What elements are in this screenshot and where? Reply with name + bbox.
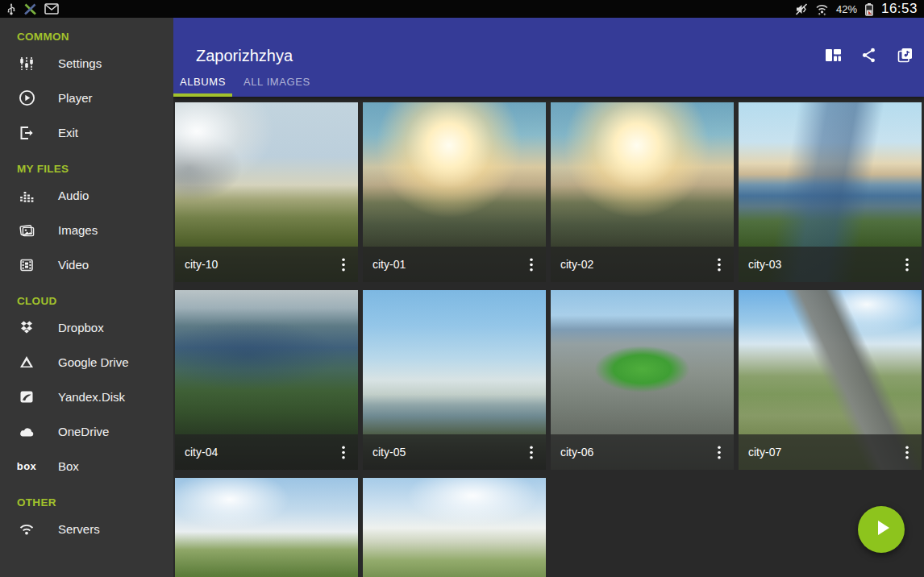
sidebar-item-label: Google Drive bbox=[58, 355, 129, 369]
play-circle-icon bbox=[18, 89, 35, 107]
clock: 16:53 bbox=[881, 1, 918, 17]
more-options-icon[interactable] bbox=[337, 442, 350, 463]
more-options-icon[interactable] bbox=[525, 442, 538, 463]
sidebar-item-label: Dropbox bbox=[58, 321, 104, 334]
sidebar-item-label: Yandex.Disk bbox=[58, 390, 125, 404]
view-mode-icon[interactable] bbox=[826, 49, 841, 61]
sidebar-item-dropbox[interactable]: Dropbox bbox=[0, 310, 173, 345]
images-icon bbox=[18, 222, 35, 239]
album-caption-bar: city-07 bbox=[739, 434, 922, 470]
play-fab-button[interactable] bbox=[858, 506, 905, 553]
tab-label: ALBUMS bbox=[180, 76, 226, 88]
album-title: city-10 bbox=[185, 258, 218, 271]
more-options-icon[interactable] bbox=[713, 255, 726, 275]
sidebar-item-yandex-disk[interactable]: Yandex.Disk bbox=[0, 380, 173, 414]
header-actions bbox=[826, 47, 914, 64]
album-caption-bar: city-01 bbox=[363, 247, 546, 282]
active-tab-indicator bbox=[173, 93, 232, 97]
more-options-icon[interactable] bbox=[901, 442, 914, 463]
album-thumbnail[interactable]: city-04 bbox=[175, 290, 358, 470]
sidebar-item-label: Box bbox=[58, 459, 79, 473]
album-title: city-04 bbox=[185, 446, 218, 459]
album-caption-bar: city-04 bbox=[175, 434, 358, 470]
sidebar-item-box[interactable]: box Box bbox=[0, 449, 173, 484]
sidebar-item-label: Video bbox=[58, 258, 89, 272]
wifi-signal-icon bbox=[815, 3, 829, 15]
battery-percent: 42% bbox=[836, 3, 857, 15]
usb-icon bbox=[6, 2, 16, 16]
sidebar-section-cloud: CLOUD bbox=[0, 282, 173, 310]
album-grid: city-10 city-01 city-02 city-03 bbox=[173, 97, 924, 577]
album-thumbnail[interactable]: city-03 bbox=[739, 102, 922, 282]
wifi-icon bbox=[18, 521, 35, 538]
sidebar-item-audio[interactable]: Audio bbox=[0, 178, 173, 213]
onedrive-icon bbox=[18, 423, 35, 441]
more-options-icon[interactable] bbox=[337, 255, 350, 275]
settings-sliders-icon bbox=[18, 55, 35, 73]
album-caption-bar: city-02 bbox=[551, 247, 734, 282]
sidebar-item-label: Images bbox=[58, 223, 98, 237]
google-drive-icon bbox=[18, 354, 35, 372]
album-thumbnail[interactable]: city-07 bbox=[739, 290, 922, 470]
sidebar-section-my-files: MY FILES bbox=[0, 150, 173, 178]
sidebar-item-exit[interactable]: Exit bbox=[0, 115, 173, 150]
yandex-disk-icon bbox=[18, 388, 35, 406]
tab-all-images[interactable]: ALL IMAGES bbox=[232, 67, 322, 97]
album-thumbnail[interactable] bbox=[175, 478, 358, 577]
sidebar-section-common: COMMON bbox=[0, 18, 173, 46]
status-bar: 42% 16:53 bbox=[0, 0, 924, 18]
sidebar-section-other: OTHER bbox=[0, 484, 173, 512]
app-screen: 42% 16:53 COMMON Settings Player Exit bbox=[0, 0, 924, 577]
sidebar: COMMON Settings Player Exit MY FILES Aud… bbox=[0, 18, 173, 577]
sidebar-item-label: Player bbox=[58, 91, 93, 105]
album-caption-bar: city-05 bbox=[363, 434, 546, 470]
sidebar-item-label: Servers bbox=[58, 522, 100, 536]
box-icon: box bbox=[18, 458, 35, 475]
sidebar-item-servers[interactable]: Servers bbox=[0, 512, 173, 546]
album-thumbnail[interactable]: city-10 bbox=[175, 102, 358, 282]
album-thumbnail[interactable] bbox=[363, 478, 546, 577]
album-thumbnail[interactable]: city-05 bbox=[363, 290, 546, 470]
album-caption-bar: city-06 bbox=[551, 434, 734, 470]
share-icon[interactable] bbox=[862, 48, 876, 63]
album-title: city-03 bbox=[748, 258, 781, 271]
album-title: city-01 bbox=[373, 258, 406, 271]
app-icon bbox=[23, 3, 37, 15]
status-bar-left bbox=[6, 2, 59, 16]
album-caption-bar: city-10 bbox=[175, 247, 358, 282]
page-title: Zaporizhzhya bbox=[196, 47, 293, 65]
album-grid-area: city-10 city-01 city-02 city-03 bbox=[173, 97, 924, 577]
album-thumbnail[interactable]: city-06 bbox=[551, 290, 734, 470]
sidebar-item-video[interactable]: Video bbox=[0, 247, 173, 282]
sidebar-item-label: Settings bbox=[58, 56, 102, 70]
album-title: city-05 bbox=[373, 446, 406, 459]
sidebar-item-images[interactable]: Images bbox=[0, 213, 173, 247]
album-thumbnail[interactable]: city-01 bbox=[363, 102, 546, 282]
more-options-icon[interactable] bbox=[901, 255, 914, 275]
email-icon bbox=[44, 3, 59, 15]
app-header: Zaporizhzhya ALBUMS ALL IMAGES bbox=[173, 18, 924, 97]
sidebar-item-google-drive[interactable]: Google Drive bbox=[0, 345, 173, 380]
exit-icon bbox=[18, 124, 35, 142]
sidebar-item-settings[interactable]: Settings bbox=[0, 46, 173, 81]
sidebar-item-label: Audio bbox=[58, 189, 89, 202]
sidebar-item-label: Exit bbox=[58, 126, 78, 139]
sidebar-item-player[interactable]: Player bbox=[0, 81, 173, 115]
tab-bar: ALBUMS ALL IMAGES bbox=[173, 67, 322, 97]
film-icon bbox=[18, 256, 35, 274]
play-icon bbox=[873, 520, 890, 539]
album-thumbnail[interactable]: city-02 bbox=[551, 102, 734, 282]
album-caption-bar: city-03 bbox=[739, 247, 922, 282]
status-bar-right: 42% 16:53 bbox=[795, 1, 918, 17]
tab-label: ALL IMAGES bbox=[243, 76, 310, 88]
equalizer-icon bbox=[18, 187, 35, 205]
album-title: city-02 bbox=[560, 258, 593, 271]
sidebar-item-onedrive[interactable]: OneDrive bbox=[0, 414, 173, 449]
tab-albums[interactable]: ALBUMS bbox=[173, 67, 232, 97]
more-options-icon[interactable] bbox=[713, 442, 726, 463]
sidebar-item-label: OneDrive bbox=[58, 425, 109, 438]
mute-icon bbox=[795, 3, 808, 15]
more-options-icon[interactable] bbox=[525, 255, 538, 275]
dropbox-icon bbox=[18, 319, 35, 337]
media-stack-icon[interactable] bbox=[897, 47, 914, 64]
